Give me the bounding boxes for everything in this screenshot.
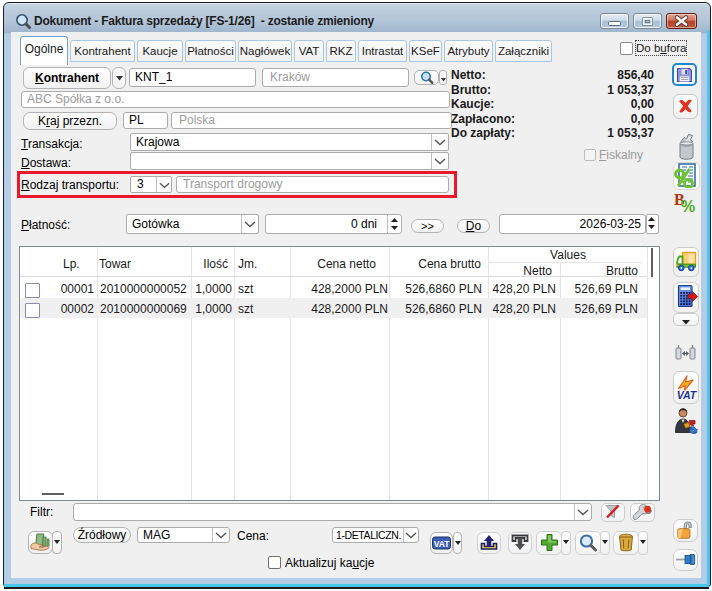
svg-text:%: %: [681, 198, 695, 214]
svg-text:VAT: VAT: [677, 389, 698, 401]
svg-text:VAT: VAT: [434, 539, 451, 549]
